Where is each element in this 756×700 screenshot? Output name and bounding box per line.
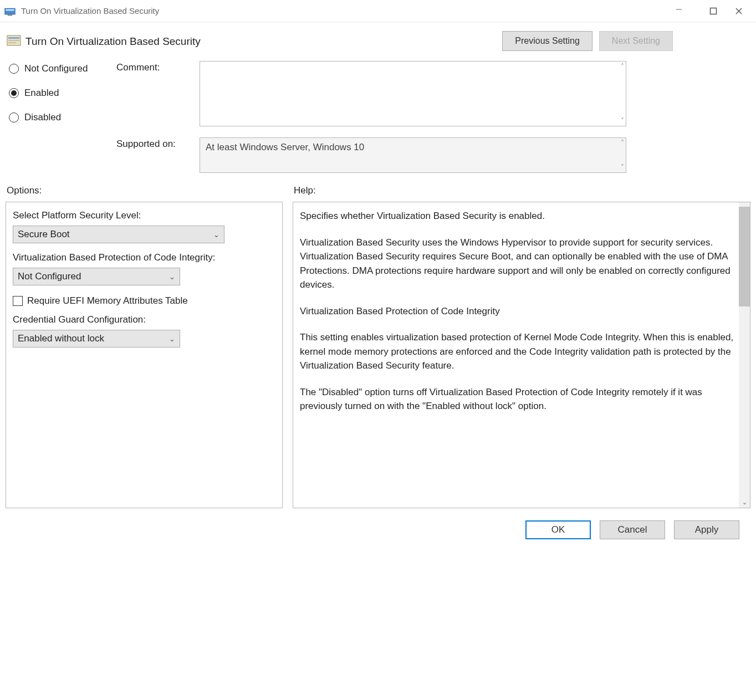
help-scrollbar[interactable]: ⌄ <box>739 202 750 508</box>
select-value: Enabled without lock <box>18 333 104 344</box>
svg-rect-2 <box>8 14 12 15</box>
dialog-button-row: OK Cancel Apply <box>6 513 750 553</box>
svg-rect-4 <box>711 8 717 14</box>
scroll-up-icon[interactable]: ˄ <box>621 139 624 147</box>
apply-button[interactable]: Apply <box>674 520 739 539</box>
options-label: Options: <box>6 185 294 196</box>
require-uefi-checkbox[interactable]: Require UEFI Memory Attributes Table <box>13 295 275 306</box>
radio-icon <box>9 113 19 122</box>
scroll-down-icon[interactable]: ˅ <box>621 117 624 125</box>
platform-security-label: Select Platform Security Level: <box>13 210 275 221</box>
supported-on-value: At least Windows Server, Windows 10 <box>206 142 364 152</box>
cancel-button[interactable]: Cancel <box>600 520 665 539</box>
svg-rect-8 <box>8 37 19 39</box>
comment-field[interactable]: ˄ ˅ <box>200 61 626 126</box>
policy-icon <box>7 34 21 48</box>
chevron-down-icon: ⌄ <box>169 335 175 343</box>
credential-guard-label: Credential Guard Configuration: <box>13 314 275 325</box>
radio-enabled[interactable]: Enabled <box>9 88 116 99</box>
ok-button[interactable]: OK <box>525 520 591 539</box>
radio-label: Enabled <box>24 88 59 99</box>
window-titlebar: Turn On Virtualization Based Security <box>0 0 756 22</box>
select-value: Not Configured <box>18 271 81 282</box>
help-paragraph: Virtualization Based Protection of Code … <box>300 304 734 319</box>
scroll-down-icon[interactable]: ⌄ <box>739 497 750 508</box>
svg-rect-0 <box>5 8 15 14</box>
checkbox-icon <box>13 296 23 306</box>
window-title: Turn On Virtualization Based Security <box>21 6 159 16</box>
chevron-down-icon: ⌄ <box>169 273 175 281</box>
vbp-code-integrity-select[interactable]: Not Configured ⌄ <box>13 268 180 285</box>
vbp-code-integrity-label: Virtualization Based Protection of Code … <box>13 252 275 263</box>
checkbox-label: Require UEFI Memory Attributes Table <box>27 295 188 306</box>
radio-label: Disabled <box>24 112 61 123</box>
radio-not-configured[interactable]: Not Configured <box>9 63 116 74</box>
supported-on-label: Supported on: <box>116 137 200 150</box>
help-paragraph: This setting enables virtualization base… <box>300 330 734 373</box>
app-icon <box>4 6 16 16</box>
supported-on-field: At least Windows Server, Windows 10 ˄ ˅ <box>200 137 626 173</box>
svg-rect-9 <box>8 40 19 41</box>
svg-rect-10 <box>8 42 16 43</box>
help-paragraph: The "Disabled" option turns off Virtuali… <box>300 385 734 413</box>
scroll-down-icon[interactable]: ˅ <box>621 163 624 171</box>
chevron-down-icon: ⌄ <box>213 231 219 239</box>
maximize-button[interactable] <box>701 3 726 19</box>
svg-rect-1 <box>6 9 14 10</box>
help-panel: Specifies whether Virtualization Based S… <box>293 202 750 508</box>
close-button[interactable] <box>726 3 752 19</box>
select-value: Secure Boot <box>18 229 70 240</box>
radio-label: Not Configured <box>24 63 88 74</box>
help-label: Help: <box>294 185 750 196</box>
radio-disabled[interactable]: Disabled <box>9 112 116 123</box>
help-paragraph: Specifies whether Virtualization Based S… <box>300 209 734 223</box>
state-radio-group: Not Configured Enabled Disabled <box>6 61 116 136</box>
page-title: Turn On Virtualization Based Security <box>25 34 502 48</box>
options-panel: Select Platform Security Level: Secure B… <box>6 202 283 508</box>
minimize-button[interactable] <box>675 3 701 19</box>
help-paragraph: Virtualization Based Security uses the W… <box>300 236 734 292</box>
radio-icon <box>9 64 19 74</box>
previous-setting-button[interactable]: Previous Setting <box>502 31 592 51</box>
help-text: Specifies whether Virtualization Based S… <box>293 202 750 508</box>
comment-label: Comment: <box>116 61 200 73</box>
credential-guard-select[interactable]: Enabled without lock ⌄ <box>13 330 180 348</box>
scroll-up-icon[interactable]: ˄ <box>621 63 624 70</box>
platform-security-select[interactable]: Secure Boot ⌄ <box>13 226 224 243</box>
scrollbar-thumb[interactable] <box>739 207 750 306</box>
radio-icon <box>9 88 19 98</box>
header-row: Turn On Virtualization Based Security Pr… <box>6 28 750 61</box>
next-setting-button[interactable]: Next Setting <box>599 31 673 51</box>
